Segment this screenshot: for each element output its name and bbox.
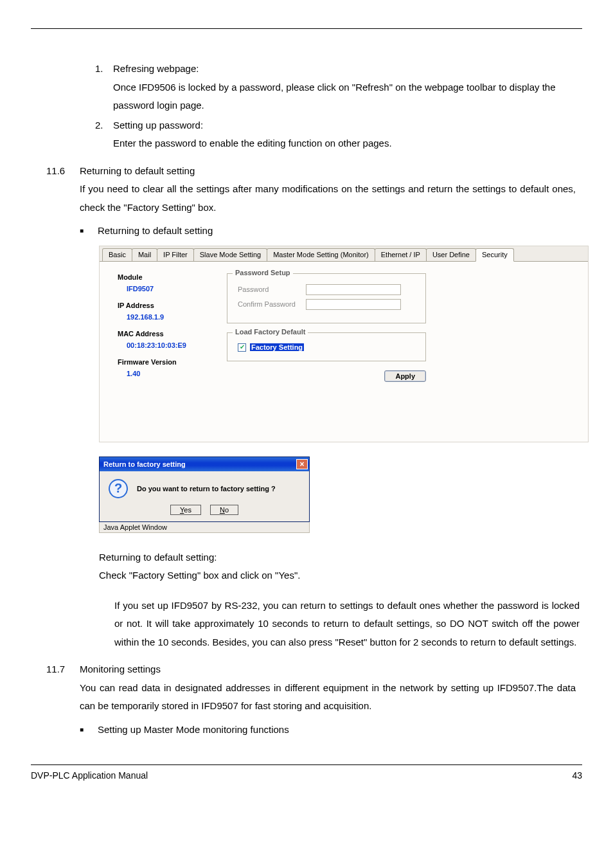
footer-page-num: 43: [572, 770, 582, 781]
dialog-title-text: Return to factory setting: [103, 460, 186, 468]
yes-tail: es: [184, 506, 191, 514]
fw-label: Firmware Version: [118, 358, 227, 366]
no-button[interactable]: No: [210, 505, 238, 515]
tab-ip-filter[interactable]: IP Filter: [157, 248, 194, 261]
dialog-titlebar: Return to factory setting ×: [100, 457, 309, 471]
tab-master-mode[interactable]: Master Mode Setting (Monitor): [267, 248, 375, 261]
section-116-num: 11.6: [46, 162, 80, 181]
security-tab-body: Module IFD9507 IP Address 192.168.1.9 MA…: [100, 262, 588, 442]
list-num-1: 1.: [95, 60, 113, 115]
after-fig-deep: If you set up IFD9507 by RS-232, you can…: [114, 597, 580, 652]
dialog-message: Do you want to return to factory setting…: [137, 485, 276, 493]
confirm-password-input[interactable]: [306, 299, 401, 310]
tab-security[interactable]: Security: [475, 248, 514, 262]
password-label: Password: [238, 285, 306, 293]
device-info-column: Module IFD9507 IP Address 192.168.1.9 MA…: [118, 273, 227, 426]
after-fig-line1: Returning to default setting:: [99, 548, 582, 567]
fw-value: 1.40: [127, 370, 227, 377]
yes-button[interactable]: Yes: [170, 505, 201, 515]
section-116-title: Returning to default setting: [80, 162, 582, 181]
list-body-1: Once IFD9506 is locked by a password, pl…: [113, 78, 582, 115]
footer-left: DVP-PLC Application Manual: [31, 770, 148, 781]
password-setup-fieldset: Password Setup Password Confirm Password: [227, 273, 426, 323]
close-icon[interactable]: ×: [296, 459, 308, 469]
tab-basic[interactable]: Basic: [102, 248, 132, 261]
bullet-117: Setting up Master Mode monitoring functi…: [98, 721, 289, 739]
section-117-title: Monitoring settings: [80, 660, 582, 679]
numbered-list: 1. Refresing webpage: Once IFD9506 is lo…: [95, 60, 582, 153]
mac-value: 00:18:23:10:03:E9: [127, 341, 227, 349]
mac-label: MAC Address: [118, 330, 227, 338]
bullet-square-icon-2: ■: [80, 721, 98, 739]
section-117-body: You can read data in designated addresse…: [80, 679, 576, 716]
ip-value: 192.168.1.9: [127, 313, 227, 321]
after-fig-line2: Check "Factory Setting" box and click on…: [99, 566, 582, 585]
list-num-2: 2.: [95, 116, 113, 153]
return-to-factory-dialog: Return to factory setting × ? Do you wan…: [99, 457, 310, 522]
confirm-password-label: Confirm Password: [238, 300, 306, 308]
tabstrip: Basic Mail IP Filter Slave Mode Setting …: [100, 246, 588, 262]
load-factory-default-fieldset: Load Factory Default ✔ Factory Setting: [227, 332, 426, 361]
factory-setting-label: Factory Setting: [250, 343, 304, 351]
load-factory-default-legend: Load Factory Default: [233, 328, 308, 336]
question-icon: ?: [109, 479, 128, 498]
no-tail: o: [225, 506, 229, 514]
password-input[interactable]: [306, 284, 401, 295]
factory-setting-checkbox[interactable]: ✔: [238, 343, 246, 352]
bullet-square-icon: ■: [80, 222, 98, 240]
password-setup-legend: Password Setup: [233, 269, 293, 276]
list-body-2: Enter the password to enable the editing…: [113, 134, 582, 153]
tab-user-define[interactable]: User Define: [426, 248, 476, 261]
ip-label: IP Address: [118, 302, 227, 309]
tab-mail[interactable]: Mail: [132, 248, 157, 261]
tab-slave-mode[interactable]: Slave Mode Setting: [193, 248, 267, 261]
tab-ethernet-ip[interactable]: Ethernet / IP: [375, 248, 427, 261]
app-panel: Basic Mail IP Filter Slave Mode Setting …: [99, 246, 589, 442]
module-value: IFD9507: [127, 285, 227, 293]
list-title-1: Refresing webpage:: [113, 60, 582, 78]
section-117-num: 11.7: [46, 660, 80, 679]
top-rule: [31, 28, 582, 29]
dialog-statusbar: Java Applet Window: [99, 522, 310, 533]
list-title-2: Setting up password:: [113, 116, 582, 135]
bullet-116: Returning to default setting: [98, 222, 213, 240]
module-label: Module: [118, 273, 227, 281]
section-116-body: If you need to clear all the settings af…: [80, 180, 576, 217]
apply-button[interactable]: Apply: [384, 370, 426, 382]
